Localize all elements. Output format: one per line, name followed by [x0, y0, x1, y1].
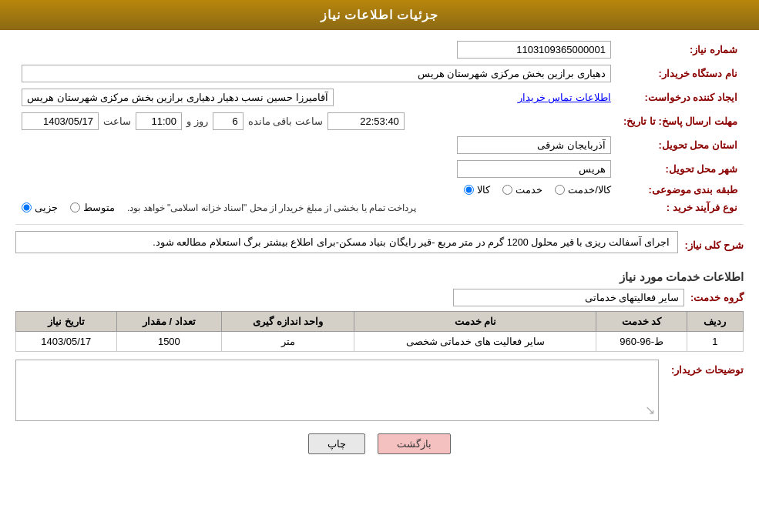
radio-kala-input[interactable]: [464, 185, 474, 195]
col-radif: ردیف: [687, 312, 743, 332]
service-table: ردیف کد خدمت نام خدمت واحد اندازه گیری ت…: [15, 311, 744, 352]
gorohe-khadamat-row: گروه خدمت: سایر فعالیتهای خدماتی: [15, 289, 744, 306]
cell-radif: 1: [687, 332, 743, 352]
radio-kala-khadamat[interactable]: کالا/خدمت: [555, 184, 611, 196]
ruz-label: روز و: [186, 115, 208, 127]
row-ostan: استان محل تحویل: آذربایجان شرقی: [15, 133, 744, 157]
row-shomara-niaz: شماره نیاز: 1103109365000001: [15, 38, 744, 62]
info-table: شماره نیاز: 1103109365000001 نام دستگاه …: [15, 38, 744, 216]
service-table-head: ردیف کد خدمت نام خدمت واحد اندازه گیری ت…: [16, 312, 744, 332]
bazgasht-button[interactable]: بازگشت: [378, 433, 451, 454]
ijad-konande-value: اطلاعات تماس خریدار آقامیرزا حسین نسب ده…: [15, 85, 617, 109]
radio-jozi-input[interactable]: [22, 202, 32, 212]
noue-farayand-label: نوع فرآیند خرید :: [617, 199, 744, 216]
col-vahed: واحد اندازه گیری: [222, 312, 354, 332]
shahr-value: هریس: [15, 157, 617, 181]
table-row: 1 ط-96-960 سایر فعالیت های خدماتی شخصی م…: [16, 332, 744, 352]
date-input: 1403/05/17: [22, 112, 99, 130]
row-tabaqabandi: طبقه بندی موضوعی: کالا/خدمت خدمت کالا: [15, 181, 744, 199]
radio-jozi[interactable]: جزیی: [22, 202, 58, 213]
cell-tedad: 1500: [116, 332, 222, 352]
ostan-label: استان محل تحویل:: [617, 133, 744, 157]
header-title: جزئیات اطلاعات نیاز: [321, 8, 439, 22]
time-input: 11:00: [136, 112, 182, 130]
separator-1: [15, 224, 744, 225]
row-shahr: شهر محل تحویل: هریس: [15, 157, 744, 181]
nam-dastgah-label: نام دستگاه خریدار:: [617, 62, 744, 85]
radio-kala[interactable]: کالا: [464, 184, 490, 196]
ettelaat-tamas-link[interactable]: اطلاعات تماس خریدار: [518, 92, 611, 103]
ijad-konande-input: آقامیرزا حسین نسب دهیار دهیاری برازین بخ…: [22, 89, 334, 106]
radio-khadamat[interactable]: خدمت: [502, 184, 542, 196]
chap-button[interactable]: چاپ: [308, 433, 365, 454]
farayand-radio-group: متوسط جزیی: [22, 202, 115, 213]
button-row: بازگشت چاپ: [15, 433, 744, 454]
noue-farayand-value: پرداخت تمام یا بخشی از مبلغ خریدار از مح…: [15, 199, 617, 216]
nam-dastgah-input: دهیاری برازین بخش مرکزی شهرستان هریس: [22, 65, 611, 82]
ijad-konande-label: ایجاد کننده درخواست:: [617, 85, 744, 109]
mohlat-label: مهلت ارسال پاسخ: تا تاریخ:: [617, 109, 744, 133]
radio-kala-khadamat-input[interactable]: [555, 185, 565, 195]
remaining-label: ساعت باقی مانده: [248, 115, 323, 127]
toseih-box[interactable]: ↘: [15, 360, 659, 421]
sharh-label: شرح کلی نیاز:: [684, 239, 744, 251]
tabaqabandi-value: کالا/خدمت خدمت کالا: [15, 181, 617, 199]
radio-mottavaset-input[interactable]: [70, 202, 80, 212]
col-kod-khadamat: کد خدمت: [596, 312, 687, 332]
col-nam-khadamat: نام خدمت: [354, 312, 596, 332]
nam-dastgah-value: دهیاری برازین بخش مرکزی شهرستان هریس: [15, 62, 617, 85]
col-tedad: تعداد / مقدار: [116, 312, 222, 332]
shomara-niaz-value: 1103109365000001: [15, 38, 617, 62]
toseih-icon: ↘: [645, 403, 655, 417]
toseih-label: توضیحات خریدار:: [667, 360, 744, 376]
cell-kod-khadamat: ط-96-960: [596, 332, 687, 352]
mohlat-value: 22:53:40 ساعت باقی مانده 6 روز و 11:00 س…: [15, 109, 617, 133]
radio-khadamat-input[interactable]: [502, 185, 512, 195]
cell-nam-khadamat: سایر فعالیت های خدماتی شخصی: [354, 332, 596, 352]
ostan-value: آذربایجان شرقی: [15, 133, 617, 157]
shahr-label: شهر محل تحویل:: [617, 157, 744, 181]
shomara-niaz-label: شماره نیاز:: [617, 38, 744, 62]
toseih-row: توضیحات خریدار: ↘: [15, 360, 744, 421]
row-mohlat: مهلت ارسال پاسخ: تا تاریخ: 22:53:40 ساعت…: [15, 109, 744, 133]
ettelaat-khadamat-title: اطلاعات خدمات مورد نیاز: [15, 270, 744, 284]
sharh-row: شرح کلی نیاز: اجرای آسفالت ریزی با قیر م…: [15, 231, 744, 259]
row-nam-dastgah: نام دستگاه خریدار: دهیاری برازین بخش مرک…: [15, 62, 744, 85]
gorohe-khadamat-label: گروه خدمت:: [690, 292, 744, 303]
row-ijad-konande: ایجاد کننده درخواست: اطلاعات تماس خریدار…: [15, 85, 744, 109]
row-noue-farayand: نوع فرآیند خرید : پرداخت تمام یا بخشی از…: [15, 199, 744, 216]
ruz-input: 6: [213, 112, 243, 130]
note-text: پرداخت تمام یا بخشی از مبلغ خریدار از مح…: [127, 202, 416, 213]
sharh-box: اجرای آسفالت ریزی با قیر محلول 1200 گرم …: [15, 231, 678, 253]
shomara-niaz-input: 1103109365000001: [457, 41, 611, 59]
page-wrapper: جزئیات اطلاعات نیاز شماره نیاز: 11031093…: [0, 0, 759, 532]
ostan-input: آذربایجان شرقی: [457, 136, 611, 154]
time-label: ساعت: [103, 115, 131, 127]
radio-mottavaset[interactable]: متوسط: [70, 202, 115, 213]
col-tarikh: تاریخ نیاز: [16, 312, 117, 332]
service-table-header-row: ردیف کد خدمت نام خدمت واحد اندازه گیری ت…: [16, 312, 744, 332]
cell-vahed: متر: [222, 332, 354, 352]
main-content: شماره نیاز: 1103109365000001 نام دستگاه …: [0, 30, 759, 474]
tabaqabandi-radio-group: کالا/خدمت خدمت کالا: [22, 184, 611, 196]
cell-tarikh: 1403/05/17: [16, 332, 117, 352]
page-header: جزئیات اطلاعات نیاز: [0, 0, 759, 30]
remaining-time-input: 22:53:40: [327, 112, 405, 130]
shahr-input: هریس: [457, 160, 611, 178]
tabaqabandi-label: طبقه بندی موضوعی:: [617, 181, 744, 199]
gorohe-khadamat-value: سایر فعالیتهای خدماتی: [453, 289, 684, 306]
service-table-body: 1 ط-96-960 سایر فعالیت های خدماتی شخصی م…: [16, 332, 744, 352]
